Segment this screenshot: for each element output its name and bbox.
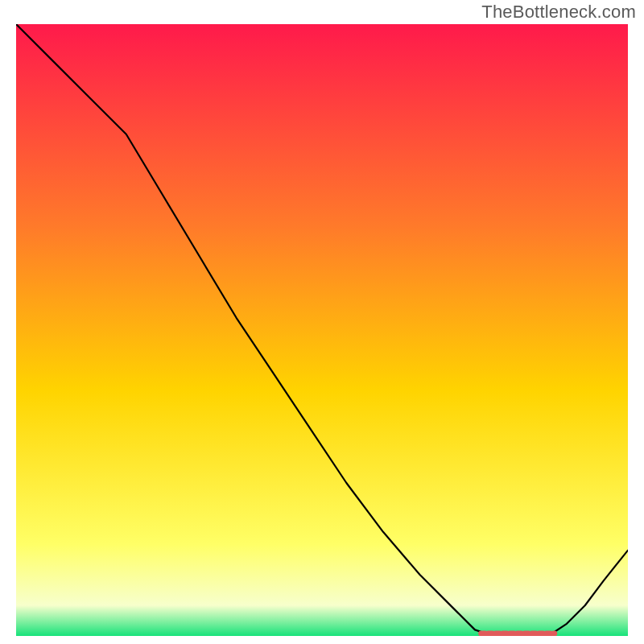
plot-area (16, 24, 628, 636)
chart-svg (16, 24, 628, 636)
chart-stage: TheBottleneck.com (0, 0, 644, 644)
watermark-text: TheBottleneck.com (481, 2, 636, 23)
